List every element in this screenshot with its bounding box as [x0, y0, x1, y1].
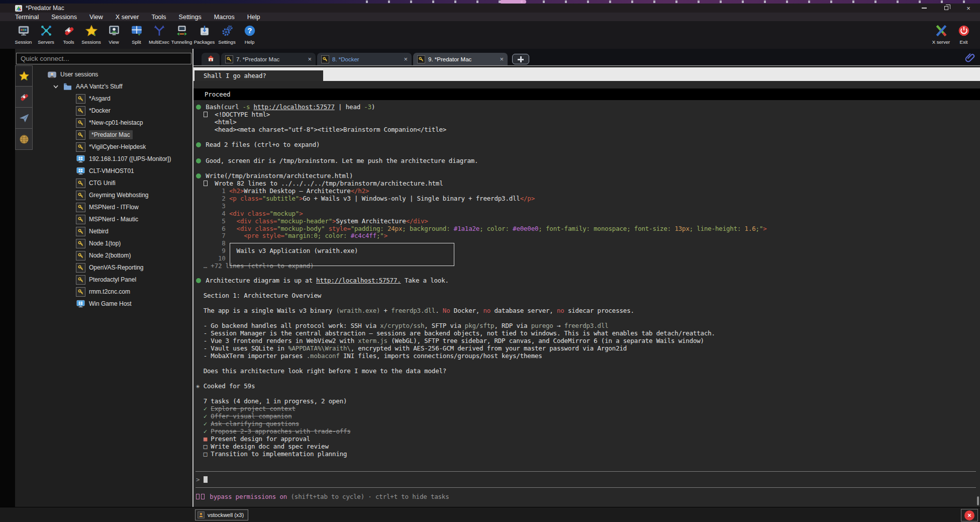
key-icon	[76, 239, 85, 248]
toolbar-sessions-button[interactable]: Sessions	[80, 21, 103, 45]
session-item[interactable]: CTG Unifi	[33, 177, 192, 189]
key-icon	[76, 94, 85, 104]
ascii-diagram-box	[230, 243, 454, 266]
toolbar-servers-button[interactable]: Servers	[35, 21, 57, 45]
tab-terminal-9[interactable]: 9. *Predator Mac×	[413, 53, 508, 65]
tree-group-folder[interactable]: AAA Vantz's Stuff	[33, 80, 192, 93]
session-item[interactable]: rmm.t2cnc.com	[33, 286, 192, 298]
menu-tools[interactable]: Tools	[151, 14, 166, 21]
toolbar-tunneling-button[interactable]: Tunneling	[170, 21, 193, 45]
terminal-scrollbar[interactable]	[977, 496, 979, 505]
key-icon	[76, 215, 85, 224]
sidebar-tab-globe[interactable]	[15, 129, 33, 150]
minimize-icon[interactable]	[920, 4, 929, 12]
close-tab-icon[interactable]: ×	[500, 55, 504, 63]
home-icon	[207, 54, 215, 64]
toolbar-view-button[interactable]: View	[103, 21, 125, 45]
toolbar-split-button[interactable]: Split	[125, 21, 148, 45]
session-item[interactable]: *Asgard	[33, 93, 192, 105]
sidebar-tab-star[interactable]	[15, 65, 33, 86]
plane-icon	[19, 113, 30, 124]
session-item[interactable]: MSPNerd - ITFlow	[33, 201, 192, 213]
tree-item-label: CLT-VMHOST01	[89, 167, 134, 175]
session-icon	[17, 24, 31, 38]
menu-x-server[interactable]: X server	[116, 14, 139, 21]
toolbar-packages-button[interactable]: Packages	[193, 21, 216, 45]
toolbar-multiexec-button[interactable]: MultiExec	[148, 21, 170, 45]
terminal-line: □ Write design doc and spec review	[196, 443, 329, 450]
session-item[interactable]: CLT-VMHOST01	[33, 165, 192, 177]
tree-item-label: Win Game Host	[89, 300, 132, 307]
toolbar-label: Settings	[218, 39, 235, 45]
session-item[interactable]: *VigilCyber-Helpdesk	[33, 141, 192, 153]
tree-item-label: Netbird	[89, 228, 109, 235]
key-icon	[76, 287, 85, 297]
background-tab-dots	[346, 1, 980, 3]
user-session-badge[interactable]: vstockwell (x3)	[195, 509, 248, 520]
toolbar-label: Tunneling	[171, 39, 192, 45]
session-item[interactable]: MSPNerd - Mautic	[33, 213, 192, 225]
session-item[interactable]: OpenVAS-Reporting	[33, 262, 192, 274]
plus-icon	[518, 56, 524, 62]
session-item[interactable]: *Docker	[33, 105, 192, 117]
sidebar-tab-plane[interactable]	[15, 108, 33, 129]
menu-terminal[interactable]: Terminal	[15, 14, 39, 21]
toolbar-help-button[interactable]: ?Help	[238, 21, 261, 45]
key-icon	[76, 179, 85, 188]
link[interactable]: http://localhost:57577	[254, 103, 335, 111]
toolbar-tools-button[interactable]: Tools	[57, 21, 80, 45]
session-item[interactable]: *New-cp01-heistacp	[33, 117, 192, 129]
toolbar-session-button[interactable]: Session	[12, 21, 35, 45]
link[interactable]: http://localhost:57577.	[316, 277, 401, 284]
mobaxterm-logo-icon	[15, 5, 22, 12]
terminal-line: ✳ Cooked for 59s	[196, 382, 255, 390]
window-title: *Predator Mac	[26, 5, 64, 12]
chevron-down-icon[interactable]	[52, 83, 59, 90]
star-icon	[84, 24, 99, 38]
menu-settings[interactable]: Settings	[179, 14, 202, 21]
close-tab-icon[interactable]: ×	[308, 55, 312, 63]
toolbar-exit-button[interactable]: Exit	[952, 21, 975, 45]
close-icon[interactable]: ×	[964, 4, 973, 12]
quick-connect-input[interactable]	[16, 53, 191, 64]
toolbar: SessionServersToolsSessionsViewSplitMult…	[0, 21, 980, 49]
tools-icon	[62, 24, 76, 38]
close-tab-icon[interactable]: ×	[404, 55, 408, 63]
toolbar-settings-button[interactable]: Settings	[216, 21, 238, 45]
tree-item-label: Greyming Webhosting	[89, 192, 149, 199]
menu-view[interactable]: View	[89, 14, 103, 21]
toolbar-x-server-button[interactable]: X server	[930, 21, 952, 45]
rdp-icon	[76, 154, 85, 164]
session-item[interactable]: Netbird	[33, 225, 192, 237]
tab-terminal-8[interactable]: 8. *Docker×	[317, 53, 412, 65]
terminal[interactable]: Shall I go ahead? Proceed Bash(curl -s h…	[193, 65, 980, 507]
terminal-line: 3	[196, 202, 226, 210]
tree-root-user-sessions[interactable]: User sessions	[33, 68, 192, 80]
attachment-paperclip-icon[interactable]	[965, 52, 976, 64]
session-item[interactable]: *Predator Mac	[33, 129, 192, 141]
session-item[interactable]: 192.168.1.107 ([UPS-Monitor])	[33, 153, 192, 165]
dialog-option-proceed[interactable]: Proceed	[193, 89, 980, 100]
tab-terminal-7[interactable]: 7. *Predator Mac×	[221, 53, 316, 65]
session-item[interactable]: Pterodactyl Panel	[33, 274, 192, 286]
session-item[interactable]: Node 1(top)	[33, 237, 192, 249]
tab-bar: 7. *Predator Mac×8. *Docker×9. *Predator…	[193, 49, 980, 65]
notification-close-button[interactable]: ×	[961, 509, 978, 521]
sidebar-tab-knife[interactable]	[15, 86, 33, 108]
session-item[interactable]: Win Game Host	[33, 298, 192, 310]
menu-sessions[interactable]: Sessions	[51, 14, 77, 21]
tree-item-label: *Docker	[89, 107, 111, 114]
menu-macros[interactable]: Macros	[214, 14, 235, 21]
session-item[interactable]: Greyming Webhosting	[33, 189, 192, 201]
split-icon	[130, 24, 144, 38]
toolbar-label: Servers	[38, 39, 54, 45]
sessions-sidebar: User sessionsAAA Vantz's Stuff*Asgard*Do…	[15, 49, 192, 507]
tab-home[interactable]	[202, 53, 220, 65]
terminal-line: ✓ Ask clarifying questions	[196, 420, 299, 427]
new-tab-button[interactable]	[512, 54, 529, 64]
key-icon	[76, 142, 85, 152]
restore-icon[interactable]	[942, 4, 951, 12]
session-item[interactable]: Node 2(bottom)	[33, 249, 192, 262]
terminal-line: 2 <p class="subtitle">Go + Wails v3 | Wi…	[196, 195, 535, 202]
menu-help[interactable]: Help	[247, 14, 260, 21]
